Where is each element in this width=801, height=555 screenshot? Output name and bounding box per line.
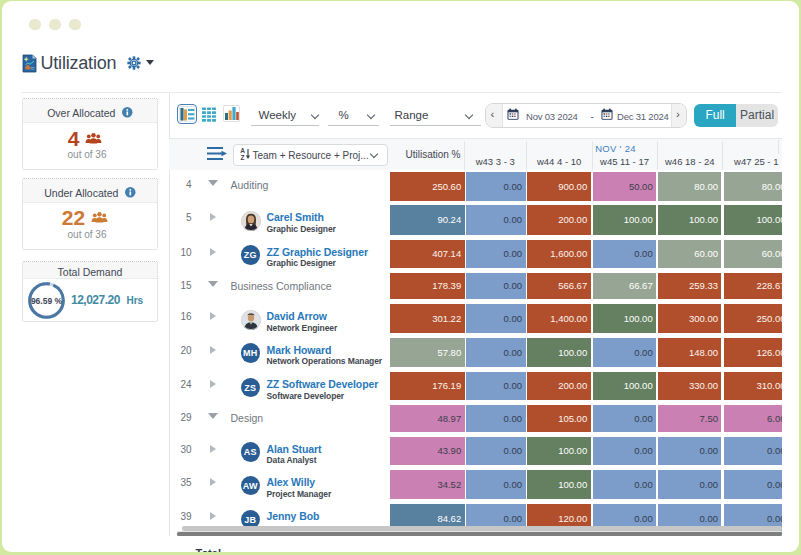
svg-text:96.59 %: 96.59 % <box>31 296 63 306</box>
svg-text:Z: Z <box>240 154 244 161</box>
svg-text:A: A <box>240 147 245 154</box>
